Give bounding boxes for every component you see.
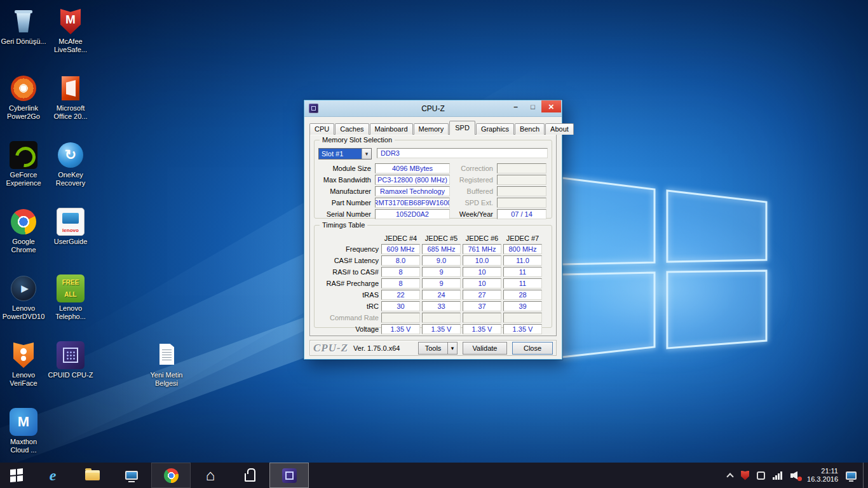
tab-mainboard[interactable]: Mainboard: [370, 123, 413, 135]
row-label: RAS# Precharge: [318, 280, 379, 287]
tab-memory[interactable]: Memory: [414, 123, 449, 135]
timing-cell: 10.0: [463, 255, 501, 266]
taskbar-lenovo[interactable]: [112, 463, 151, 488]
module-size-field: 4096 MBytes: [375, 163, 450, 173]
show-desktop-button[interactable]: [863, 463, 868, 488]
maximize-button[interactable]: [524, 100, 541, 112]
chrome-icon: [164, 468, 179, 483]
timing-cell: 1.35 V: [422, 324, 461, 334]
column-header: JEDEC #7: [503, 233, 542, 243]
timing-cell: 10: [463, 278, 501, 288]
taskbar-internet-explorer[interactable]: [33, 463, 72, 488]
row-label: CAS# Latency: [318, 257, 379, 264]
row-label: tRC: [318, 302, 379, 310]
desktop-icon-label: Cyberlink Power2Go: [1, 104, 46, 121]
desktop-icon-lenovo-telephone[interactable]: Lenovo Telepho...: [47, 272, 94, 321]
tab-spd[interactable]: SPD: [449, 121, 475, 135]
column-header: JEDEC #4: [381, 233, 420, 243]
veriface-icon: [10, 341, 37, 369]
taskbar-cpuz-active[interactable]: [269, 463, 309, 488]
combo-dropdown-button[interactable]: [362, 149, 371, 159]
display-tray-icon[interactable]: [846, 471, 857, 480]
timings-table-group: Timings Table JEDEC #4 JEDEC #5 JEDEC #6…: [314, 225, 552, 328]
timing-cell: 27: [463, 290, 501, 300]
mute-badge: [797, 477, 802, 481]
desktop-icon-cpuz[interactable]: CPUID CPU-Z: [47, 339, 94, 379]
close-window-button[interactable]: [541, 100, 561, 112]
group-title: Timings Table: [320, 221, 367, 229]
network-signal-icon[interactable]: [773, 471, 783, 480]
validate-button[interactable]: Validate: [463, 342, 507, 355]
minimize-button[interactable]: [507, 100, 524, 112]
timing-cell: 8: [381, 278, 420, 288]
desktop-icon-userguide[interactable]: UserGuide: [47, 205, 94, 246]
group-title: Memory Slot Selection: [320, 136, 395, 144]
field-label: Serial Number: [318, 210, 372, 218]
tab-bar: CPU Caches Mainboard Memory SPD Graphics…: [309, 121, 557, 135]
desktop-icon-office[interactable]: Microsoft Office 20...: [47, 72, 94, 121]
timing-cell: 685 MHz: [422, 244, 461, 254]
tools-dropdown-button[interactable]: [447, 342, 458, 355]
timing-cell: 9: [422, 278, 461, 288]
field-label: Max Bandwidth: [318, 176, 372, 184]
tray-clock[interactable]: 21:11 16.3.2016: [807, 467, 838, 484]
tab-about[interactable]: About: [545, 123, 574, 135]
slot-selector-value: Slot #1: [319, 149, 362, 159]
desktop-icon-label: Lenovo PowerDVD10: [1, 304, 46, 321]
taskbar-file-explorer[interactable]: [72, 463, 112, 488]
show-hidden-icons-button[interactable]: [727, 472, 733, 478]
column-header: JEDEC #6: [463, 233, 501, 243]
store-bag-icon: [245, 473, 255, 482]
row-label: tRAS: [318, 291, 379, 299]
desktop-icon-chrome[interactable]: Google Chrome: [0, 205, 47, 254]
tab-cpu[interactable]: CPU: [309, 123, 334, 135]
lenovo-app-icon: [125, 471, 138, 480]
titlebar[interactable]: CPU-Z: [304, 100, 562, 117]
timing-cell: 761 MHz: [463, 244, 501, 254]
desktop-icon-geforce[interactable]: GeForce Experience: [0, 139, 47, 187]
taskbar-maxthon-home[interactable]: [191, 463, 230, 488]
file-explorer-icon: [85, 470, 100, 480]
desktop-icon-label: OneKey Recovery: [48, 171, 93, 187]
desktop-icon-onekey[interactable]: OneKey Recovery: [47, 139, 94, 187]
desktop-icon-recycle-bin[interactable]: Geri Dönüşü...: [0, 5, 47, 46]
desktop-icon-powerdvd[interactable]: Lenovo PowerDVD10: [0, 272, 47, 321]
desktop-icon-mcafee[interactable]: McAfee LiveSafe...: [47, 5, 94, 54]
registered-field: [497, 175, 546, 185]
windows-flag-icon: [10, 468, 24, 482]
system-tray: 21:11 16.3.2016: [721, 463, 863, 488]
timing-cell: 37: [463, 301, 501, 311]
desktop-icon-veriface[interactable]: Lenovo VeriFace: [0, 339, 47, 388]
slot-selector[interactable]: Slot #1: [318, 148, 372, 159]
mcafee-tray-icon[interactable]: [741, 471, 749, 480]
volume-icon[interactable]: [790, 471, 799, 480]
tools-button[interactable]: Tools: [418, 342, 447, 355]
cpuz-window: CPU-Z CPU Caches Mainboard Memory SPD Gr…: [304, 100, 562, 360]
tab-graphics[interactable]: Graphics: [476, 123, 514, 135]
taskbar-chrome[interactable]: [151, 463, 191, 488]
desktop-icon-label: Google Chrome: [1, 238, 46, 254]
desktop-icon-text-document[interactable]: Yeni Metin Belgesi: [143, 339, 190, 388]
row-label: Voltage: [318, 325, 379, 333]
tray-app-icon[interactable]: [757, 471, 765, 480]
timing-cell: 10: [463, 267, 501, 277]
desktop-icon-label: Geri Dönüşü...: [1, 37, 46, 46]
text-document-icon: [153, 341, 180, 369]
row-label: Command Rate: [318, 314, 379, 322]
field-label: Registered: [453, 176, 494, 184]
taskbar-windows-store[interactable]: [230, 463, 269, 488]
desktop-icon-maxthon[interactable]: Maxthon Cloud ...: [0, 405, 47, 454]
tab-bench[interactable]: Bench: [515, 123, 545, 135]
timing-cell: 1.35 V: [381, 324, 420, 334]
field-label: Correction: [453, 165, 494, 172]
recovery-icon: [57, 141, 85, 169]
timing-cell: 9: [422, 267, 461, 277]
close-button[interactable]: Close: [512, 342, 553, 355]
tab-caches[interactable]: Caches: [335, 123, 369, 135]
manufacturer-field: Ramaxel Technology: [375, 186, 450, 196]
wallpaper-glow: [527, 210, 794, 369]
desktop-icon-label: CPUID CPU-Z: [48, 371, 93, 379]
start-button[interactable]: [0, 463, 33, 488]
timing-cell: [381, 313, 420, 323]
desktop-icon-power2go[interactable]: Cyberlink Power2Go: [0, 72, 47, 121]
